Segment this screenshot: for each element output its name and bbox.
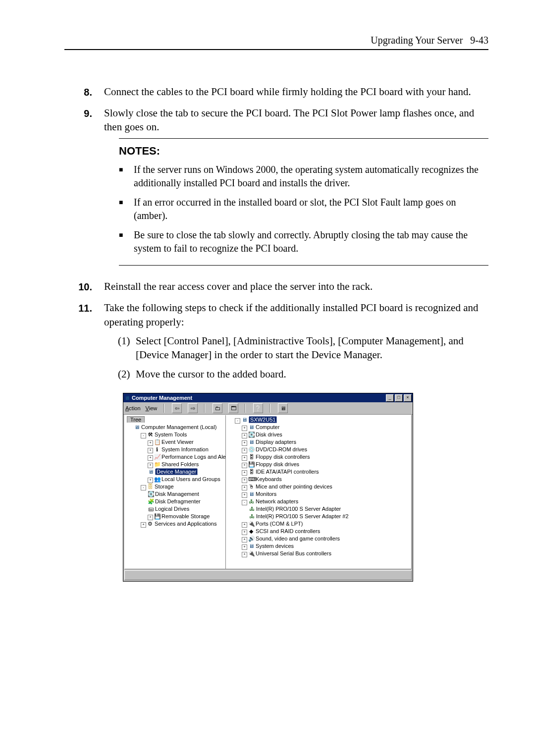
collapse-icon[interactable]: - bbox=[141, 485, 146, 490]
tree-label: Disk Management bbox=[155, 491, 199, 497]
dev-disk-drives[interactable]: +💽 Disk drives bbox=[242, 431, 409, 438]
defrag-icon: 🧩 bbox=[148, 498, 154, 505]
dev-ports[interactable]: +🔌 Ports (COM & LPT) bbox=[242, 520, 409, 528]
tree-item-logical-drives[interactable]: 🖴 Logical Drives bbox=[148, 505, 223, 513]
expand-icon[interactable]: + bbox=[242, 522, 247, 528]
users-icon: 👥 bbox=[154, 476, 160, 483]
expand-icon[interactable]: + bbox=[242, 537, 247, 542]
dev-floppy-drives[interactable]: +💾 Floppy disk drives bbox=[242, 461, 409, 468]
close-button[interactable]: × bbox=[404, 394, 412, 402]
tree-item-event-viewer[interactable]: +📋 Event Viewer bbox=[148, 438, 223, 446]
tree-label: Shared Folders bbox=[161, 461, 199, 467]
forward-button[interactable]: ⇨ bbox=[188, 403, 198, 413]
expand-icon[interactable]: + bbox=[148, 448, 153, 453]
computer-icon: 🖥 bbox=[241, 416, 247, 424]
dev-dvd-cd[interactable]: +💿 DVD/CD-ROM drives bbox=[242, 446, 409, 453]
dev-ide[interactable]: +🎛 IDE ATA/ATAPI controllers bbox=[242, 468, 409, 476]
tree-label: Monitors bbox=[256, 491, 276, 497]
substep-2: (2)Move the cursor to the added board. bbox=[118, 367, 488, 381]
tree-item-system-information[interactable]: +ℹ System Information bbox=[148, 446, 223, 453]
tree-item-removable-storage[interactable]: +💾 Removable Storage bbox=[148, 513, 223, 520]
expand-icon[interactable]: + bbox=[148, 455, 153, 461]
folder-icon: 📁 bbox=[154, 461, 160, 468]
dev-monitors[interactable]: +🖥 Monitors bbox=[242, 490, 409, 498]
dev-floppy-ctrl[interactable]: +🎛 Floppy disk controllers bbox=[242, 453, 409, 461]
expand-icon[interactable]: + bbox=[242, 530, 247, 535]
expand-icon[interactable]: + bbox=[242, 552, 247, 557]
expand-icon[interactable]: + bbox=[148, 478, 153, 483]
up-button[interactable]: 🗀 bbox=[213, 403, 222, 413]
dev-system-devices[interactable]: +🖥 System devices bbox=[242, 542, 409, 550]
expand-icon[interactable]: + bbox=[242, 426, 247, 431]
expand-icon[interactable]: + bbox=[242, 440, 247, 446]
step-9: 9. Slowly close the tab to secure the PC… bbox=[64, 106, 488, 272]
expand-icon[interactable]: + bbox=[141, 522, 146, 528]
substep-number: (2) bbox=[118, 367, 136, 381]
expand-icon[interactable]: + bbox=[242, 463, 247, 468]
tree-item-local-users[interactable]: +👥 Local Users and Groups bbox=[148, 476, 223, 483]
dev-scsi[interactable]: +◆ SCSI and RAID controllers bbox=[242, 528, 409, 535]
step-text: Connect the cables to the PCI board whil… bbox=[104, 85, 488, 99]
step-text: Take the following steps to check if the… bbox=[104, 301, 488, 329]
device-root[interactable]: -🖥 SXW2U51 +🖥 Computer +💽 Disk drives +🖥… bbox=[235, 416, 409, 557]
tree-root[interactable]: 🖥 Computer Management (Local) -🛠 System … bbox=[134, 424, 223, 528]
notes-box: NOTES: ■If the server runs on Windows 20… bbox=[119, 138, 488, 266]
back-button[interactable]: ⇦ bbox=[172, 403, 182, 413]
dev-sound[interactable]: +🔊 Sound, video and game controllers bbox=[242, 535, 409, 542]
expand-icon[interactable]: + bbox=[242, 478, 247, 483]
dev-display-adapters[interactable]: +🖥 Display adapters bbox=[242, 438, 409, 446]
event-viewer-icon: 📋 bbox=[154, 438, 160, 446]
minimize-button[interactable]: _ bbox=[386, 394, 394, 402]
menu-action[interactable]: AActionction bbox=[125, 405, 141, 411]
collapse-icon[interactable]: - bbox=[141, 433, 146, 438]
tree-item-device-manager[interactable]: 🖥 Device Manager bbox=[148, 468, 223, 476]
expand-icon[interactable]: + bbox=[242, 448, 247, 453]
tree-label: Network adapters bbox=[256, 498, 298, 504]
expand-icon[interactable]: + bbox=[148, 515, 153, 520]
bullet-icon: ■ bbox=[119, 163, 134, 190]
step-number: 9. bbox=[64, 106, 104, 272]
expand-icon[interactable]: + bbox=[242, 544, 247, 550]
tree-item-services-apps[interactable]: +⚙ Services and Applications bbox=[141, 520, 223, 528]
refresh-button[interactable]: 🖥 bbox=[278, 403, 288, 413]
tree-tab[interactable]: Tree bbox=[127, 416, 145, 423]
expand-icon[interactable]: + bbox=[148, 440, 153, 446]
note-text: If the server runs on Windows 2000, the … bbox=[134, 163, 488, 190]
dev-usb[interactable]: +🔌 Universal Serial Bus controllers bbox=[242, 550, 409, 557]
dev-nic1[interactable]: 🖧 Intel(R) PRO/100 S Server Adapter bbox=[249, 505, 409, 513]
expand-icon[interactable]: + bbox=[242, 492, 247, 498]
tree-label: Computer Management (Local) bbox=[141, 424, 216, 430]
tree-item-disk-mgmt[interactable]: 💽 Disk Management bbox=[148, 490, 223, 498]
expand-icon[interactable]: + bbox=[148, 463, 153, 468]
tree-item-perf-logs[interactable]: +📈 Performance Logs and Alerts bbox=[148, 453, 223, 461]
header-title: Upgrading Your Server bbox=[371, 35, 463, 46]
tree-item-system-tools[interactable]: -🛠 System Tools +📋 Event Viewer +ℹ Syste… bbox=[141, 431, 223, 483]
bullet-icon: ■ bbox=[119, 196, 134, 222]
collapse-icon[interactable]: - bbox=[242, 500, 247, 505]
dev-keyboards[interactable]: +⌨ Keyboards bbox=[242, 476, 409, 483]
menu-view[interactable]: VViewiew bbox=[146, 405, 158, 411]
info-icon: ℹ bbox=[154, 446, 160, 453]
step-text: Reinstall the rear access cover and plac… bbox=[104, 279, 488, 294]
system-icon: 🖥 bbox=[248, 542, 254, 550]
expand-icon[interactable]: + bbox=[242, 433, 247, 438]
dev-network-adapters[interactable]: -🖧 Network adapters 🖧 Intel(R) PRO/100 S… bbox=[242, 498, 409, 520]
window-titlebar[interactable]: 🖥Computer Management _ □ × bbox=[123, 393, 413, 402]
expand-icon[interactable]: + bbox=[242, 455, 247, 461]
dev-computer[interactable]: +🖥 Computer bbox=[242, 424, 409, 431]
dev-nic2[interactable]: 🖧 Intel(R) PRO/100 S Server Adapter #2 bbox=[249, 513, 409, 520]
network-icon: 🖧 bbox=[248, 498, 254, 505]
expand-icon[interactable]: + bbox=[242, 485, 247, 490]
nic-icon: 🖧 bbox=[249, 513, 255, 520]
tree-item-storage[interactable]: -🗄 Storage 💽 Disk Management 🧩 Disk Defr… bbox=[141, 483, 223, 520]
tree-item-disk-defrag[interactable]: 🧩 Disk Defragmenter bbox=[148, 498, 223, 505]
tree-label: SCSI and RAID controllers bbox=[256, 528, 320, 534]
expand-icon[interactable]: + bbox=[242, 470, 247, 476]
help-button[interactable]: ❔ bbox=[253, 403, 263, 413]
tree-item-shared-folders[interactable]: +📁 Shared Folders bbox=[148, 461, 223, 468]
tree-label: IDE ATA/ATAPI controllers bbox=[256, 469, 319, 475]
properties-button[interactable]: 🗔 bbox=[228, 403, 238, 413]
dev-mice[interactable]: +🖱 Mice and other pointing devices bbox=[242, 483, 409, 490]
maximize-button[interactable]: □ bbox=[395, 394, 403, 402]
collapse-icon[interactable]: - bbox=[235, 418, 240, 424]
